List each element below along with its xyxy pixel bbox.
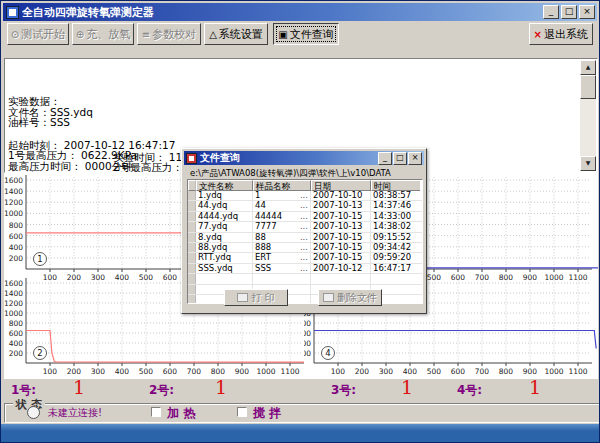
svg-text:800: 800 [304,319,311,328]
delete-file-label: 删除文件 [337,291,377,305]
svg-text:800: 800 [9,319,24,328]
file-table-body: 1.ydq1...2007-10-1008:38:5744.ydq44...20… [188,191,422,304]
col-sample-name: 样品名称 [253,180,311,191]
svg-text:1000: 1000 [4,209,23,218]
svg-text:900: 900 [523,367,538,376]
svg-text:1200: 1200 [4,299,23,308]
svg-text:1200: 1200 [4,198,23,207]
status-groupbox: 状 态 未建立连接! 加 热 搅 拌 [4,403,600,423]
svg-text:200: 200 [304,349,311,358]
col-date: 日期 [311,180,371,191]
col-time: 时间 [371,180,420,191]
scroll-thumb[interactable] [580,75,596,99]
svg-text:500: 500 [139,367,154,376]
svg-text:800: 800 [211,367,226,376]
svg-text:100: 100 [331,367,346,376]
connection-led [27,406,40,419]
print-button[interactable]: 打 印 [224,289,288,306]
col-file-name: 文件名称 [196,180,253,191]
oxygen-fill-label: 充、放氧 [86,27,130,42]
exit-system-button[interactable]: × 退出系统 [529,23,593,45]
svg-text:600: 600 [451,367,466,376]
delete-file-button[interactable]: 删除文件 [318,289,382,306]
app-window: 全自动四弹旋转氧弹测定器 _ □ × ⊙ 测试开始 ⊕ 充、放氧 ≡ 参数校对 … [0,0,600,443]
table-row[interactable]: 8.ydq88...2007-10-1509:15:52 [188,233,422,243]
svg-text:400: 400 [9,339,24,348]
svg-text:200: 200 [9,254,24,263]
svg-text:1600: 1600 [4,176,23,185]
bomb-2-label: 2号: [149,382,174,399]
print-icon [237,293,248,302]
file-query-button[interactable]: ▣ 文件查询 [273,23,339,45]
param-calibrate-button[interactable]: ≡ 参数校对 [137,23,201,45]
window-title: 全自动四弹旋转氧弹测定器 [22,5,543,20]
system-settings-button[interactable]: △ 系统设置 [204,23,268,45]
dialog-close-button[interactable]: × [408,152,422,165]
bomb-result-row: 1号: 1 2号: 1 3号: 1 4号: 1 [1,379,600,399]
selector-column-header [188,180,196,191]
table-row[interactable]: 1.ydq1...2007-10-1008:38:57 [188,191,422,201]
svg-text:800: 800 [9,221,24,230]
table-row[interactable]: 77.ydq7777...2007-10-1314:38:02 [188,222,422,232]
maximize-button[interactable]: □ [561,5,577,19]
svg-text:400: 400 [115,367,130,376]
heating-checkbox[interactable] [151,407,161,417]
minimize-button[interactable]: _ [543,5,559,19]
svg-text:1100: 1100 [280,367,299,376]
file-query-label: 文件查询 [290,27,334,42]
svg-text:900: 900 [235,367,250,376]
svg-text:300: 300 [379,367,394,376]
bomb-4-label: 4号: [457,382,482,399]
svg-text:200: 200 [9,349,24,358]
dialog-icon [186,153,197,164]
system-settings-icon: △ [209,29,217,40]
svg-text:700: 700 [475,367,490,376]
close-button[interactable]: × [579,5,595,19]
scroll-up-icon[interactable]: ▲ [580,60,596,75]
scroll-down-icon[interactable]: ▼ [580,156,596,171]
svg-text:2: 2 [37,348,42,358]
svg-text:400: 400 [9,243,24,252]
file-query-dialog: 文件查询 _ □ × e:\产品\ATWA08(旋转氧弹)\四弹\软件\上\v1… [181,148,427,314]
stirring-checkbox[interactable] [237,407,247,417]
text-scrollbar[interactable]: ▲ ▼ [580,60,596,171]
exit-system-icon: × [534,29,542,40]
start-test-button[interactable]: ⊙ 测试开始 [7,23,69,45]
start-test-label: 测试开始 [21,27,65,42]
file-table: 文件名称 样品名称 日期 时间 1.ydq1...2007-10-1008:38… [187,179,423,304]
svg-text:1000: 1000 [544,367,563,376]
table-row[interactable]: 4444.ydq44444...2007-10-1514:33:00 [188,212,422,222]
dialog-title-bar[interactable]: 文件查询 _ □ × [184,151,424,165]
table-row[interactable]: 44.ydq44...2007-10-1314:37:46 [188,201,422,211]
svg-text:100: 100 [43,367,58,376]
dialog-maximize-button[interactable]: □ [393,152,407,165]
table-row[interactable]: SSS.ydqSSS...2007-10-1216:47:17 [188,264,422,274]
table-row[interactable]: 88.ydq888...2007-10-1509:34:42 [188,243,422,253]
system-settings-label: 系统设置 [219,27,263,42]
app-icon [6,6,19,19]
bomb-3-label: 3号: [331,382,356,399]
table-row[interactable] [188,274,422,284]
start-test-icon: ⊙ [11,29,19,40]
exit-system-label: 退出系统 [544,27,588,42]
svg-text:600: 600 [304,329,311,338]
svg-text:200: 200 [67,367,82,376]
svg-text:400: 400 [403,367,418,376]
svg-text:500: 500 [427,367,442,376]
bottom-bar [1,424,600,443]
svg-text:600: 600 [9,232,24,241]
file-query-icon: ▣ [278,29,287,40]
svg-text:400: 400 [304,339,311,348]
title-bar: 全自动四弹旋转氧弹测定器 _ □ × [3,3,597,21]
print-label: 打 印 [251,291,274,305]
param-calibrate-icon: ≡ [142,29,150,40]
oxygen-fill-button[interactable]: ⊕ 充、放氧 [72,23,134,45]
oxygen-fill-icon: ⊕ [76,29,84,40]
table-row[interactable]: RTT.ydqERT...2007-10-1509:59:20 [188,253,422,263]
bomb-4-value: 1 [529,376,541,398]
svg-text:1400: 1400 [4,289,23,298]
svg-text:1000: 1000 [256,367,275,376]
dialog-minimize-button[interactable]: _ [378,152,392,165]
file-table-header: 文件名称 样品名称 日期 时间 [188,180,422,191]
svg-text:300: 300 [91,367,106,376]
